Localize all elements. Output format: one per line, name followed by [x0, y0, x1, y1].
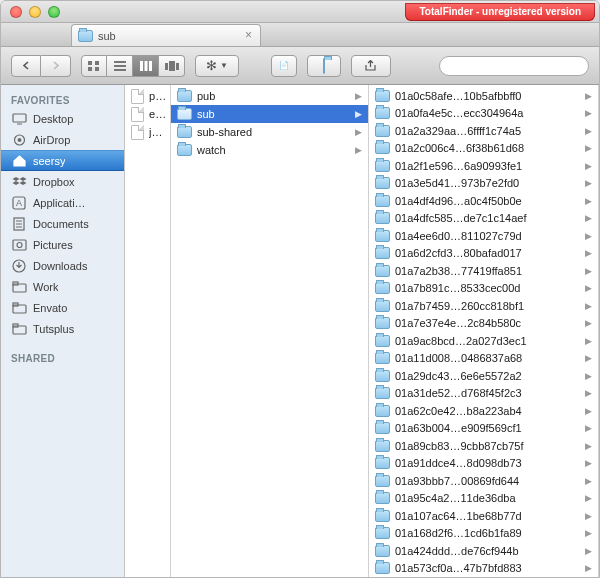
search-input[interactable]	[450, 60, 588, 72]
list-item[interactable]: 01a7b891c…8533cec00d▶	[369, 279, 598, 297]
list-item[interactable]: sub▶	[171, 105, 368, 123]
folder-icon	[375, 282, 390, 294]
list-item[interactable]: 01a91ddce4…8d098db73▶	[369, 454, 598, 472]
sidebar-item-envato[interactable]: Envato	[1, 297, 124, 318]
list-item[interactable]: 01a93bbb7…00869fd644▶	[369, 472, 598, 490]
folder-icon	[375, 125, 390, 137]
chevron-right-icon: ▶	[585, 458, 594, 468]
sidebar-item-documents[interactable]: Documents	[1, 213, 124, 234]
folder-name: 01a424ddd…de76cf944b	[395, 545, 580, 557]
list-item[interactable]: 01a7e37e4e…2c84b580c▶	[369, 314, 598, 332]
chevron-right-icon: ▶	[585, 126, 594, 136]
list-item[interactable]: 01a7a2b38…77419ffa851▶	[369, 262, 598, 280]
list-item[interactable]: 01a29dc43…6e6e5572a2▶	[369, 367, 598, 385]
folder-name: 01a89cb83…9cbb87cb75f	[395, 440, 580, 452]
chevron-right-icon: ▶	[585, 266, 594, 276]
view-seg	[81, 55, 185, 77]
chevron-right-icon	[51, 61, 60, 70]
list-item[interactable]: plist	[125, 87, 170, 105]
list-item[interactable]: 01a107ac64…1be68b77d▶	[369, 507, 598, 525]
dropbox-icon	[11, 175, 27, 189]
sidebar-item-airdrop[interactable]: AirDrop	[1, 129, 124, 150]
sidebar-item-pictures[interactable]: Pictures	[1, 234, 124, 255]
folder-icon	[375, 300, 390, 312]
back-button[interactable]	[11, 55, 41, 77]
folder-name: 01a29dc43…6e6e5572a2	[395, 370, 580, 382]
list-item[interactable]: 01a4ee6d0…811027c79d▶	[369, 227, 598, 245]
icon-view-button[interactable]	[81, 55, 107, 77]
zoom-window-button[interactable]	[48, 6, 60, 18]
list-view-button[interactable]	[107, 55, 133, 77]
list-item[interactable]: 01a9ac8bcd…2a027d3ec1▶	[369, 332, 598, 350]
forward-button[interactable]	[41, 55, 71, 77]
list-item[interactable]: 01a424ddd…de76cf944b▶	[369, 542, 598, 560]
list-item[interactable]: 01a7b7459…260cc818bf1▶	[369, 297, 598, 315]
chevron-right-icon: ▶	[585, 371, 594, 381]
chevron-right-icon: ▶	[585, 353, 594, 363]
minimize-window-button[interactable]	[29, 6, 41, 18]
sidebar-item-label: Work	[33, 281, 58, 293]
new-folder-button[interactable]	[307, 55, 341, 77]
column-0[interactable]: plistent.dbjournal	[125, 85, 171, 577]
coverflow-view-button[interactable]	[159, 55, 185, 77]
list-item[interactable]: 01a6d2cfd3…80bafad017▶	[369, 244, 598, 262]
list-item[interactable]: pub▶	[171, 87, 368, 105]
list-item[interactable]: 01a4dfc585…de7c1c14aef▶	[369, 209, 598, 227]
sidebar-item-label: Tutsplus	[33, 323, 74, 335]
sidebar-item-dropbox[interactable]: Dropbox	[1, 171, 124, 192]
svg-point-26	[17, 242, 22, 247]
column-2[interactable]: 01a0c58afe…10b5afbbff0▶01a0fa4e5c…ecc304…	[369, 85, 599, 577]
folder-name: 01a7b891c…8533cec00d	[395, 282, 580, 294]
list-item[interactable]: watch▶	[171, 141, 368, 159]
column-view-button[interactable]	[133, 55, 159, 77]
sidebar-item-label: Documents	[33, 218, 89, 230]
list-item[interactable]: 01a2c006c4…6f38b61d68▶	[369, 139, 598, 157]
sidebar-item-desktop[interactable]: Desktop	[1, 108, 124, 129]
sidebar-item-label: AirDrop	[33, 134, 70, 146]
list-item[interactable]: 01a11d008…0486837a68▶	[369, 349, 598, 367]
sidebar-item-applicati[interactable]: AApplicati…	[1, 192, 124, 213]
list-item[interactable]: 01a0c58afe…10b5afbbff0▶	[369, 87, 598, 105]
sidebar-item-tutsplus[interactable]: Tutsplus	[1, 318, 124, 339]
sidebar-item-label: Downloads	[33, 260, 87, 272]
list-item[interactable]: 01a95c4a2…11de36dba▶	[369, 489, 598, 507]
svg-text:A: A	[16, 198, 22, 208]
folder-name: pub	[197, 90, 350, 102]
close-icon[interactable]: ×	[243, 30, 254, 41]
list-item[interactable]: 01a573cf0a…47b7bfd883▶	[369, 559, 598, 577]
tab-sub[interactable]: sub ×	[71, 24, 261, 46]
traffic-lights	[1, 6, 60, 18]
list-item[interactable]: 01a89cb83…9cbb87cb75f▶	[369, 437, 598, 455]
folder-name: 01a168d2f6…1cd6b1fa89	[395, 527, 580, 539]
favorites-header: FAVORITES	[1, 91, 124, 108]
folder-name: 01a107ac64…1be68b77d	[395, 510, 580, 522]
list-item[interactable]: ent.db	[125, 105, 170, 123]
action-menu-button[interactable]: ✻ ▼	[195, 55, 239, 77]
list-item[interactable]: journal	[125, 123, 170, 141]
share-button[interactable]	[351, 55, 391, 77]
sidebar-item-downloads[interactable]: Downloads	[1, 255, 124, 276]
folder-name: 01a9ac8bcd…2a027d3ec1	[395, 335, 580, 347]
tab-title: sub	[98, 30, 116, 42]
sidebar-item-work[interactable]: Work	[1, 276, 124, 297]
folder-icon	[375, 107, 390, 119]
sidebar-item-label: Pictures	[33, 239, 73, 251]
list-item[interactable]: 01a63b004…e909f569cf1▶	[369, 419, 598, 437]
list-item[interactable]: 01a4df4d96…a0c4f50b0e▶	[369, 192, 598, 210]
search-field[interactable]	[439, 56, 589, 76]
list-item[interactable]: 01a31de52…d768f45f2c3▶	[369, 384, 598, 402]
list-item[interactable]: 01a168d2f6…1cd6b1fa89▶	[369, 524, 598, 542]
list-item[interactable]: 01a2a329aa…6ffff1c74a5▶	[369, 122, 598, 140]
list-item[interactable]: sub-shared▶	[171, 123, 368, 141]
list-item[interactable]: 01a3e5d41…973b7e2fd0▶	[369, 174, 598, 192]
folder-icon	[375, 195, 390, 207]
folder-icon	[375, 440, 390, 452]
sidebar-item-seersy[interactable]: seersy	[1, 150, 124, 171]
pdf-button[interactable]: 📄	[271, 55, 297, 77]
close-window-button[interactable]	[10, 6, 22, 18]
list-item[interactable]: 01a62c0e42…b8a223ab4▶	[369, 402, 598, 420]
column-1[interactable]: pub▶sub▶sub-shared▶watch▶	[171, 85, 369, 577]
list-item[interactable]: 01a0fa4e5c…ecc304964a▶	[369, 104, 598, 122]
list-item[interactable]: 01a2f1e596…6a90993fe1▶	[369, 157, 598, 175]
chevron-down-icon: ▼	[220, 61, 228, 70]
